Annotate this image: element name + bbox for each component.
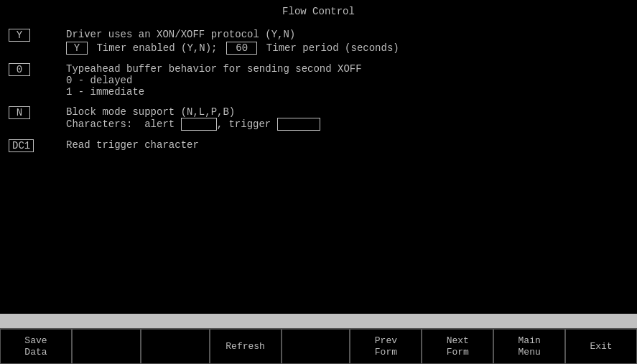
footer: SaveData Refresh PrevForm NextForm MainM…: [0, 328, 637, 364]
row2-label: 0: [9, 63, 66, 76]
row3-value-box: N: [9, 106, 30, 119]
page-title: Flow Control: [9, 6, 628, 17]
timer-period-label: Timer period (seconds): [260, 42, 399, 54]
footer-empty-3: [282, 329, 350, 364]
footer-empty-1: [72, 329, 141, 364]
exit-button[interactable]: Exit: [565, 329, 637, 364]
row4-line1: Read trigger character: [66, 139, 199, 151]
row3-label: N: [9, 106, 66, 119]
dc1-value-box: DC1: [9, 139, 34, 152]
trigger-input[interactable]: [277, 118, 320, 131]
row4-label: DC1: [9, 139, 66, 152]
save-data-button[interactable]: SaveData: [0, 329, 72, 364]
row1-line2: Y Timer enabled (Y,N); 60 Timer period (…: [66, 42, 399, 55]
row2-line3: 1 - immediate: [66, 86, 628, 98]
content-area: Flow Control Y Driver uses an XON/XOFF p…: [0, 0, 637, 314]
alert-input[interactable]: [181, 118, 217, 131]
row-typeahead: 0 Typeahead buffer behavior for sending …: [9, 63, 628, 98]
row-xon: Y Driver uses an XON/XOFF protocol (Y,N)…: [9, 29, 628, 55]
main-menu-button[interactable]: MainMenu: [493, 329, 565, 364]
row3-line2: Characters: alert , trigger: [66, 118, 628, 131]
row1-label: Y: [9, 29, 66, 42]
footer-empty-2: [141, 329, 210, 364]
timer-enabled-label: Timer enabled (Y,N);: [90, 42, 223, 54]
row1-value-box: Y: [9, 29, 30, 42]
row2-value-box: 0: [9, 63, 30, 76]
row1-line1: Driver uses an XON/XOFF protocol (Y,N): [66, 29, 399, 40]
row2-line2: 0 - delayed: [66, 75, 628, 86]
main-container: Flow Control Y Driver uses an XON/XOFF p…: [0, 0, 637, 364]
row4-description: Read trigger character: [66, 139, 628, 151]
refresh-button[interactable]: Refresh: [210, 329, 282, 364]
row-dc1: DC1 Read trigger character: [9, 139, 628, 152]
row1-description: Driver uses an XON/XOFF protocol (Y,N) Y…: [66, 29, 399, 55]
row1-text1: Driver uses an XON/XOFF protocol (Y,N): [66, 29, 295, 40]
row3-line1: Block mode support (N,L,P,B): [66, 106, 628, 118]
next-form-button[interactable]: NextForm: [422, 329, 493, 364]
status-bar: [0, 314, 637, 328]
row2-description: Typeahead buffer behavior for sending se…: [66, 63, 628, 98]
row-block: N Block mode support (N,L,P,B) Character…: [9, 106, 628, 131]
row2-line1: Typeahead buffer behavior for sending se…: [66, 63, 628, 75]
timer-enabled-box: Y: [66, 42, 88, 55]
prev-form-button[interactable]: PrevForm: [350, 329, 422, 364]
timer-period-box: 60: [226, 42, 258, 55]
row3-description: Block mode support (N,L,P,B) Characters:…: [66, 106, 628, 131]
